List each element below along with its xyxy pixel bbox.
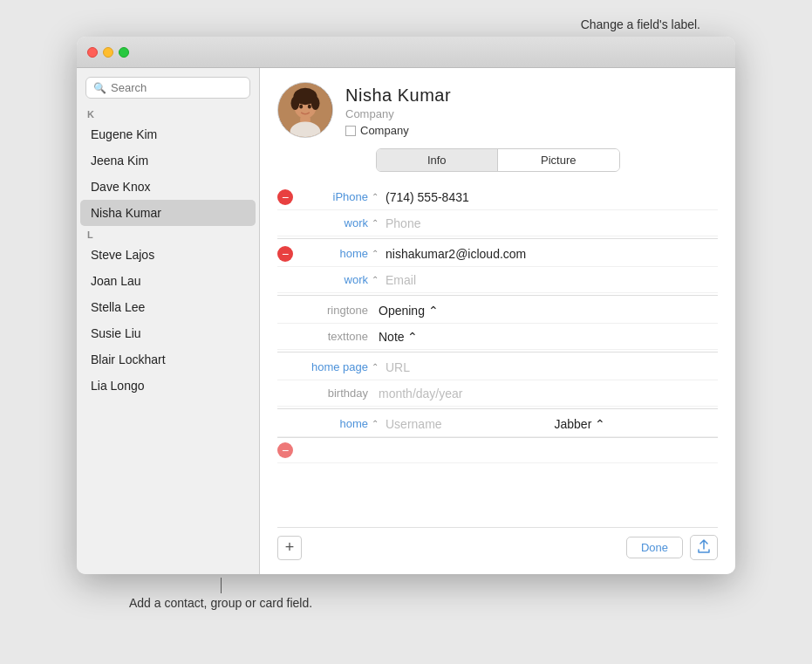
field-value-jabber-service[interactable]: Jabber ⌃: [555, 417, 719, 431]
company-checkbox-row: Company: [345, 124, 718, 137]
done-button[interactable]: Done: [626, 537, 683, 558]
divider: [277, 408, 718, 409]
field-value-homepage[interactable]: URL: [386, 360, 718, 374]
fields-area: − iPhone ⌃ (714) 555-8431 work ⌃ Phone: [277, 184, 718, 520]
contact-header: Nisha Kumar Company Company: [277, 82, 718, 138]
field-row-jabber: home ⌃ Username Jabber ⌃: [277, 411, 718, 437]
field-label-jabber-home[interactable]: home: [298, 417, 368, 430]
field-label-iphone[interactable]: iPhone: [298, 190, 368, 203]
field-value-work-phone[interactable]: Phone: [386, 216, 718, 230]
contact-item[interactable]: Dave Knox: [80, 174, 256, 200]
company-placeholder[interactable]: Company: [345, 107, 718, 120]
contact-item-selected[interactable]: Nisha Kumar: [80, 200, 256, 226]
svg-point-4: [311, 97, 320, 111]
field-row-partial: −: [277, 437, 718, 463]
remove-placeholder: [277, 303, 293, 318]
field-row-homepage: home page ⌃ URL: [277, 354, 718, 380]
contact-item[interactable]: Blair Lockhart: [80, 346, 256, 373]
remove-placeholder: [277, 359, 293, 375]
share-icon: [698, 539, 710, 553]
field-value-texttone[interactable]: Note ⌃: [379, 330, 718, 344]
field-row-texttone: texttone Note ⌃: [277, 324, 718, 350]
remove-placeholder: [277, 216, 293, 231]
tab-info[interactable]: Info: [377, 149, 499, 171]
svg-point-8: [308, 105, 311, 109]
divider: [277, 238, 718, 239]
titlebar: [77, 37, 735, 68]
tabs-row: Info Picture: [376, 148, 620, 172]
search-icon: 🔍: [93, 82, 106, 94]
work-email-stepper-icon[interactable]: ⌃: [372, 275, 379, 284]
field-value-jabber-username[interactable]: Username: [386, 417, 549, 431]
remove-email-button[interactable]: −: [277, 246, 293, 262]
contact-name-area: Nisha Kumar Company Company: [345, 82, 718, 137]
jabber-stepper-icon[interactable]: ⌃: [372, 419, 379, 428]
annotation-bottom: Add a contact, group or card field.: [129, 596, 312, 610]
remove-partial-button[interactable]: −: [277, 442, 293, 458]
search-input-wrapper[interactable]: 🔍: [85, 77, 250, 99]
field-label-work-phone[interactable]: work: [298, 216, 368, 229]
field-row-ringtone: ringtone Opening ⌃: [277, 298, 718, 324]
field-label-homepage[interactable]: home page: [298, 360, 368, 373]
contact-item[interactable]: Stella Lee: [80, 294, 256, 320]
sidebar: 🔍 K Eugene Kim Jeena Kim Dave Knox Nisha…: [77, 68, 260, 574]
contact-item[interactable]: Eugene Kim: [80, 121, 256, 147]
field-value-birthday[interactable]: month/day/year: [379, 387, 718, 400]
close-button[interactable]: [87, 47, 98, 58]
field-row-birthday: birthday month/day/year: [277, 380, 718, 407]
svg-point-3: [291, 97, 300, 111]
home-email-stepper-icon[interactable]: ⌃: [372, 249, 379, 258]
svg-point-7: [299, 105, 303, 109]
annotation-top: Change a field's label.: [581, 17, 700, 31]
remove-placeholder: [277, 272, 293, 288]
remove-phone-button[interactable]: −: [277, 189, 293, 205]
contact-name[interactable]: Nisha Kumar: [345, 86, 718, 106]
divider: [277, 352, 718, 353]
iphone-stepper-icon[interactable]: ⌃: [372, 192, 379, 202]
section-header-k: K: [77, 106, 259, 121]
field-label-texttone: texttone: [298, 330, 368, 343]
bottom-bar: + Done: [277, 527, 718, 564]
share-button[interactable]: [690, 535, 718, 560]
contact-item[interactable]: Jeena Kim: [80, 147, 256, 174]
contact-item[interactable]: Steve Lajos: [80, 242, 256, 268]
avatar-image: [278, 82, 332, 138]
contacts-window: 🔍 K Eugene Kim Jeena Kim Dave Knox Nisha…: [77, 37, 735, 574]
section-header-l: L: [77, 226, 259, 242]
contact-item[interactable]: Susie Liu: [80, 320, 256, 346]
main-content: 🔍 K Eugene Kim Jeena Kim Dave Knox Nisha…: [77, 68, 735, 574]
maximize-button[interactable]: [119, 47, 129, 58]
add-field-button[interactable]: +: [277, 536, 302, 560]
remove-placeholder: [277, 386, 293, 401]
field-value-work-email[interactable]: Email: [386, 273, 718, 287]
field-row-work-phone: work ⌃ Phone: [277, 210, 718, 236]
field-label-birthday: birthday: [298, 387, 368, 400]
field-label-ringtone: ringtone: [298, 304, 368, 317]
field-value-iphone: (714) 555-8431: [386, 190, 718, 204]
field-row-home-email: − home ⌃ nishakumar2@icloud.com: [277, 241, 718, 267]
search-input[interactable]: [111, 81, 242, 94]
tab-picture[interactable]: Picture: [498, 149, 619, 171]
field-value-ringtone[interactable]: Opening ⌃: [379, 304, 718, 318]
field-value-home-email: nishakumar2@icloud.com: [386, 247, 718, 261]
field-row-work-email: work ⌃ Email: [277, 267, 718, 293]
divider: [277, 295, 718, 296]
company-checkbox-label: Company: [360, 124, 409, 137]
annotation-line-bottom: [221, 578, 222, 593]
work-phone-stepper-icon[interactable]: ⌃: [372, 218, 379, 228]
search-bar-container: 🔍: [77, 68, 259, 106]
homepage-stepper-icon[interactable]: ⌃: [372, 362, 379, 372]
remove-placeholder: [277, 416, 293, 432]
field-row-iphone: − iPhone ⌃ (714) 555-8431: [277, 184, 718, 210]
contact-item[interactable]: Lia Longo: [80, 373, 256, 399]
avatar: [277, 82, 333, 138]
traffic-lights: [87, 47, 129, 58]
field-label-home-email[interactable]: home: [298, 247, 368, 260]
contact-item[interactable]: Joan Lau: [80, 268, 256, 294]
minimize-button[interactable]: [103, 47, 113, 58]
field-label-work-email[interactable]: work: [298, 273, 368, 286]
company-checkbox[interactable]: [345, 126, 356, 136]
action-buttons: Done: [626, 535, 718, 560]
detail-pane: Nisha Kumar Company Company Info Picture: [260, 68, 735, 574]
remove-placeholder: [277, 329, 293, 345]
